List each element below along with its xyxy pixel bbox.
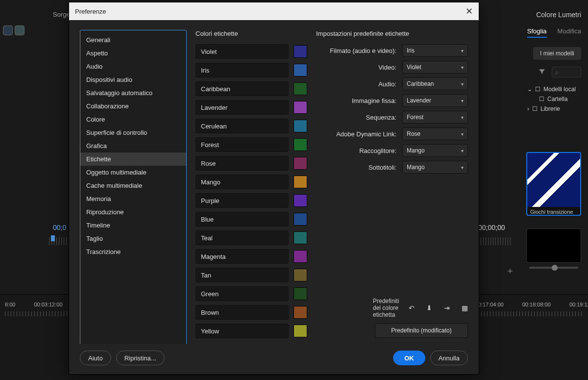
label-color-row <box>196 193 307 208</box>
select-value: Forest <box>407 114 423 121</box>
my-models-button[interactable]: I miei modelli <box>533 47 581 60</box>
default-select[interactable]: Violet▾ <box>402 61 468 74</box>
color-swatch[interactable] <box>294 45 307 58</box>
default-select[interactable]: Mango▾ <box>402 144 468 157</box>
tree-row[interactable]: ⌄ ☐ Modelli local <box>527 84 581 94</box>
default-label: Sequenza: <box>316 114 396 121</box>
sidebar-item-oggetto-multimediale[interactable]: Oggetto multimediale <box>80 166 186 179</box>
default-select[interactable]: Rose▾ <box>402 127 468 140</box>
color-swatch[interactable] <box>294 101 307 114</box>
template-thumb-2[interactable] <box>526 228 581 263</box>
default-select[interactable]: Lavender▾ <box>402 94 468 107</box>
label-name-input[interactable] <box>196 81 289 96</box>
add-icon[interactable]: ＋ <box>506 265 514 277</box>
tree-row[interactable]: ☐ Cartella <box>527 94 581 104</box>
label-name-input[interactable] <box>196 268 289 282</box>
tree-row[interactable]: › ☐ Librerie <box>527 104 581 114</box>
default-select[interactable]: Caribbean▾ <box>402 77 468 90</box>
ok-button[interactable]: OK <box>393 351 425 365</box>
tab-edit[interactable]: Modifica <box>558 27 581 38</box>
color-swatch[interactable] <box>294 64 307 76</box>
sidebar-item-riproduzione[interactable]: Riproduzione <box>80 205 186 219</box>
chevron-down-icon: ⌄ <box>527 86 532 93</box>
close-icon[interactable]: ✕ <box>466 6 473 17</box>
tab-browse[interactable]: Sfoglia <box>527 27 547 38</box>
sidebar-item-superficie-di-controllo[interactable]: Superficie di controllo <box>80 126 186 139</box>
sidebar-item-memoria[interactable]: Memoria <box>80 192 186 205</box>
color-swatch[interactable] <box>294 250 307 263</box>
bg-swatch-2 <box>15 25 24 35</box>
checkbox-icon[interactable]: ☐ <box>532 105 538 112</box>
label-name-input[interactable] <box>196 100 289 115</box>
sidebar-item-aspetto[interactable]: Aspetto <box>80 47 186 60</box>
sidebar-item-etichette[interactable]: Etichette <box>80 152 186 166</box>
color-swatch[interactable] <box>294 269 307 281</box>
time-mark: 00:17:04:00 <box>475 302 504 307</box>
timecode-left: 00;0 <box>53 224 66 231</box>
checkbox-icon[interactable]: ☐ <box>535 86 540 93</box>
reset-button[interactable]: Ripristina... <box>116 351 165 365</box>
label-name-input[interactable] <box>196 193 289 208</box>
label-color-row <box>196 137 307 152</box>
preset-dropdown[interactable]: Predefinito (modificato) <box>375 323 468 338</box>
tree-label: Librerie <box>540 105 560 112</box>
bg-filter-row <box>538 67 581 77</box>
search-input[interactable] <box>552 67 581 77</box>
sidebar-item-timeline[interactable]: Timeline <box>80 219 186 232</box>
help-button[interactable]: Aiuto <box>80 351 111 365</box>
sidebar-item-colore[interactable]: Colore <box>80 113 186 126</box>
thumb-preview <box>527 153 580 207</box>
sidebar-item-collaborazione[interactable]: Collaborazione <box>80 100 186 113</box>
color-swatch[interactable] <box>294 213 307 226</box>
zoom-slider[interactable] <box>529 267 578 269</box>
sidebar-item-cache-multimediale[interactable]: Cache multimediale <box>80 179 186 192</box>
checkbox-icon[interactable]: ☐ <box>539 96 544 102</box>
label-name-input[interactable] <box>196 156 289 171</box>
default-select[interactable]: Forest▾ <box>402 111 468 124</box>
default-label-row: Filmato (audio e video):Iris▾ <box>316 44 468 57</box>
color-swatch[interactable] <box>294 231 307 244</box>
label-name-input[interactable] <box>196 230 289 245</box>
label-name-input[interactable] <box>196 175 289 189</box>
chevron-down-icon: ▾ <box>461 131 464 137</box>
color-swatch[interactable] <box>294 120 307 132</box>
default-label-row: Audio:Caribbean▾ <box>316 77 468 90</box>
template-thumb[interactable]: Giochi transizione <box>526 152 581 216</box>
color-swatch[interactable] <box>294 194 307 207</box>
cancel-button[interactable]: Annulla <box>430 351 468 365</box>
label-name-input[interactable] <box>196 305 289 320</box>
color-swatch[interactable] <box>294 287 307 300</box>
color-swatch[interactable] <box>294 306 307 319</box>
sidebar-item-taglio[interactable]: Taglio <box>80 232 186 245</box>
sidebar-item-generali[interactable]: Generali <box>80 33 186 47</box>
label-name-input[interactable] <box>196 286 289 301</box>
sidebar-item-trascrizione[interactable]: Trascrizione <box>80 245 186 258</box>
save-preset-icon[interactable]: ⬇ <box>426 304 432 312</box>
color-swatch[interactable] <box>294 325 307 337</box>
label-name-input[interactable] <box>196 249 289 264</box>
import-preset-icon[interactable]: ⇥ <box>444 304 450 312</box>
label-color-row <box>196 249 307 264</box>
color-swatch[interactable] <box>294 157 307 170</box>
sidebar-item-salvataggio-automatico[interactable]: Salvataggio automatico <box>80 86 186 100</box>
default-select[interactable]: Mango▾ <box>402 161 468 174</box>
color-swatch[interactable] <box>294 176 307 188</box>
sidebar-item-grafica[interactable]: Grafica <box>80 139 186 152</box>
color-swatch[interactable] <box>294 138 307 151</box>
sidebar-item-audio[interactable]: Audio <box>80 60 186 73</box>
select-value: Caribbean <box>407 80 434 87</box>
filter-icon[interactable] <box>538 68 547 76</box>
sidebar-item-dispositivi-audio[interactable]: Dispositivi audio <box>80 73 186 86</box>
color-swatch[interactable] <box>294 82 307 95</box>
preset-current-label: Predefinito (modificato) <box>391 327 451 334</box>
undo-icon[interactable]: ↶ <box>409 304 415 312</box>
folder-icon[interactable]: ▦ <box>462 304 468 312</box>
label-color-row <box>196 305 307 320</box>
label-name-input[interactable] <box>196 63 289 77</box>
label-name-input[interactable] <box>196 324 289 338</box>
label-name-input[interactable] <box>196 212 289 227</box>
default-select[interactable]: Iris▾ <box>402 44 468 57</box>
label-name-input[interactable] <box>196 44 289 59</box>
label-name-input[interactable] <box>196 137 289 152</box>
label-name-input[interactable] <box>196 119 289 133</box>
